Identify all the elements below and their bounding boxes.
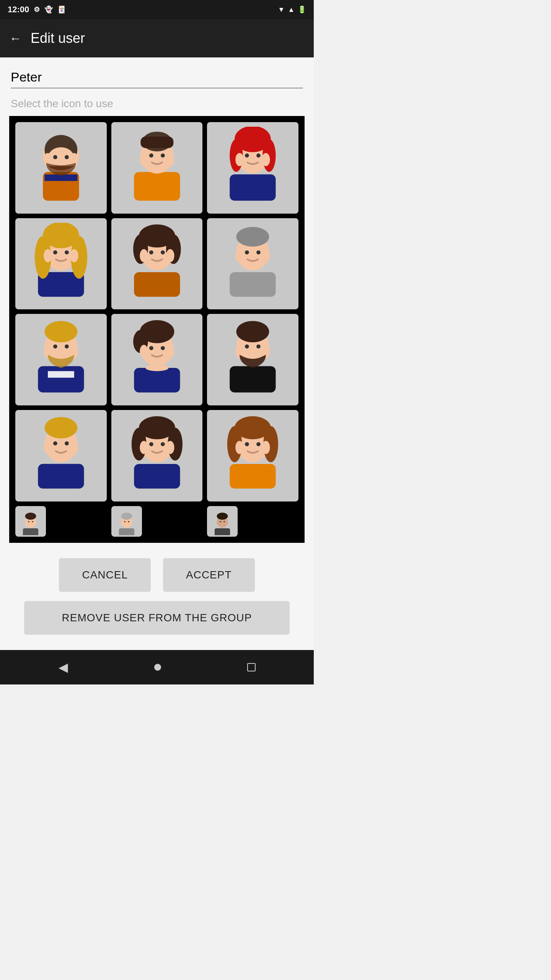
svg-rect-12 bbox=[140, 137, 173, 148]
notification-icon: 👻 bbox=[44, 5, 53, 14]
svg-rect-51 bbox=[38, 366, 84, 393]
svg-rect-59 bbox=[134, 368, 180, 392]
sim-icon: 🃏 bbox=[57, 5, 66, 14]
svg-point-42 bbox=[149, 250, 153, 255]
svg-point-110 bbox=[121, 521, 124, 525]
svg-point-120 bbox=[224, 521, 225, 523]
svg-point-47 bbox=[236, 249, 244, 262]
svg-point-65 bbox=[149, 346, 153, 350]
svg-point-15 bbox=[149, 154, 153, 158]
cancel-button[interactable]: CANCEL bbox=[59, 558, 151, 592]
avatar-1[interactable] bbox=[15, 122, 107, 214]
avatar-15[interactable] bbox=[207, 506, 238, 537]
svg-point-34 bbox=[65, 250, 69, 255]
home-nav-icon[interactable] bbox=[154, 664, 161, 671]
settings-icon: ⚙ bbox=[34, 5, 40, 14]
avatar-3[interactable] bbox=[207, 122, 298, 214]
svg-point-97 bbox=[262, 441, 270, 454]
svg-point-116 bbox=[217, 513, 228, 520]
avatar-9[interactable] bbox=[207, 314, 298, 405]
svg-point-105 bbox=[28, 521, 29, 523]
avatar-11[interactable] bbox=[111, 410, 203, 501]
avatar-14[interactable] bbox=[111, 506, 142, 537]
svg-point-87 bbox=[140, 441, 148, 454]
svg-point-78 bbox=[44, 441, 52, 454]
svg-rect-44 bbox=[230, 272, 276, 296]
name-input[interactable] bbox=[11, 67, 303, 88]
svg-point-56 bbox=[70, 345, 78, 358]
svg-point-99 bbox=[256, 442, 261, 446]
avatar-13[interactable] bbox=[15, 506, 46, 537]
svg-point-49 bbox=[245, 250, 249, 255]
svg-point-64 bbox=[166, 345, 174, 358]
svg-point-81 bbox=[65, 441, 69, 446]
remove-user-button[interactable]: REMOVE USER FROM THE GROUP bbox=[24, 601, 290, 635]
status-bar: 12:00 ⚙ 👻 🃏 ▼ ▲ 🔋 bbox=[0, 0, 314, 19]
remove-btn-wrapper: REMOVE USER FROM THE GROUP bbox=[0, 601, 314, 650]
back-button[interactable]: ← bbox=[9, 32, 21, 44]
svg-point-41 bbox=[166, 249, 174, 262]
svg-point-7 bbox=[53, 155, 57, 159]
svg-point-40 bbox=[140, 249, 148, 262]
svg-point-79 bbox=[70, 441, 78, 454]
avatar-5[interactable] bbox=[111, 218, 203, 310]
svg-rect-68 bbox=[230, 366, 276, 393]
svg-point-89 bbox=[149, 442, 153, 446]
svg-point-118 bbox=[225, 521, 228, 525]
svg-point-67 bbox=[145, 365, 168, 371]
svg-point-113 bbox=[128, 521, 129, 523]
accept-button[interactable]: ACCEPT bbox=[163, 558, 255, 592]
recents-nav-icon[interactable] bbox=[247, 663, 256, 671]
svg-rect-9 bbox=[134, 172, 180, 201]
svg-point-33 bbox=[53, 250, 57, 255]
svg-point-103 bbox=[25, 521, 28, 525]
svg-rect-35 bbox=[134, 272, 180, 296]
battery-icon: 🔋 bbox=[298, 5, 306, 14]
svg-point-32 bbox=[70, 249, 78, 262]
wifi-icon: ▼ bbox=[278, 6, 285, 14]
svg-rect-100 bbox=[23, 528, 38, 535]
svg-point-57 bbox=[53, 345, 57, 349]
svg-rect-75 bbox=[38, 464, 84, 488]
svg-rect-52 bbox=[48, 371, 74, 378]
svg-point-14 bbox=[166, 153, 174, 166]
svg-point-8 bbox=[65, 155, 69, 159]
svg-point-48 bbox=[262, 249, 270, 262]
svg-point-58 bbox=[65, 345, 69, 349]
svg-rect-114 bbox=[215, 528, 230, 535]
svg-point-22 bbox=[236, 153, 244, 166]
svg-rect-17 bbox=[230, 175, 276, 201]
svg-point-23 bbox=[262, 153, 270, 166]
page-title: Edit user bbox=[31, 30, 85, 46]
svg-point-63 bbox=[140, 345, 148, 358]
svg-point-96 bbox=[236, 441, 244, 454]
avatar-4[interactable] bbox=[15, 218, 107, 310]
svg-point-119 bbox=[220, 521, 221, 523]
avatar-7[interactable] bbox=[15, 314, 107, 405]
svg-point-31 bbox=[44, 249, 52, 262]
svg-point-106 bbox=[32, 521, 33, 523]
svg-point-112 bbox=[124, 521, 126, 523]
svg-rect-91 bbox=[230, 464, 276, 488]
avatar-2[interactable] bbox=[111, 122, 203, 214]
svg-point-72 bbox=[262, 345, 270, 358]
avatar-12[interactable] bbox=[207, 410, 298, 501]
svg-point-88 bbox=[166, 441, 174, 454]
svg-point-90 bbox=[161, 442, 165, 446]
avatar-grid-container bbox=[9, 116, 305, 543]
svg-point-98 bbox=[245, 442, 249, 446]
svg-point-73 bbox=[245, 345, 249, 349]
name-input-wrapper bbox=[9, 67, 305, 88]
svg-point-109 bbox=[121, 513, 132, 520]
avatar-grid bbox=[15, 122, 298, 537]
svg-point-74 bbox=[256, 345, 261, 349]
svg-point-111 bbox=[130, 521, 132, 525]
avatar-6[interactable] bbox=[207, 218, 298, 310]
back-nav-icon[interactable]: ◀ bbox=[59, 660, 68, 675]
avatar-8[interactable] bbox=[111, 314, 203, 405]
svg-point-50 bbox=[256, 250, 261, 255]
app-bar: ← Edit user bbox=[0, 19, 314, 57]
svg-point-25 bbox=[256, 154, 261, 158]
avatar-10[interactable] bbox=[15, 410, 107, 501]
svg-rect-107 bbox=[119, 528, 134, 535]
